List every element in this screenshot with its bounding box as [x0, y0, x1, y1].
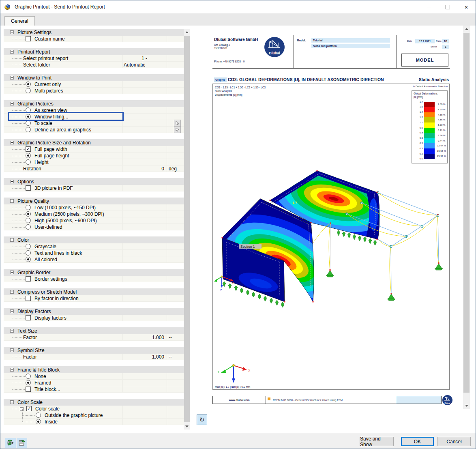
checkbox-title-block[interactable] [26, 387, 31, 392]
scroll-down-button[interactable] [184, 423, 190, 430]
label-medium-2500-pixels-300-dpi[interactable]: Medium (2500 pixels, ~300 DPI) [34, 211, 104, 217]
radio-window-filling[interactable] [26, 114, 31, 119]
tab-general[interactable]: General [4, 16, 35, 26]
label-by-factor-in-direction[interactable]: By factor in direction [34, 296, 79, 301]
checkbox-custom-name[interactable] [26, 36, 31, 41]
collapse-icon[interactable] [10, 348, 14, 352]
radio-high-5000-pixels-600-dpi[interactable] [26, 218, 31, 223]
collapse-icon[interactable] [10, 329, 14, 333]
save-settings-icon-button[interactable] [17, 438, 27, 448]
collapse-icon[interactable] [10, 141, 14, 144]
radio-medium-2500-pixels-300-dpi[interactable] [26, 211, 31, 217]
pick-in-graphic-button[interactable] [174, 120, 181, 127]
checkbox-display-factors[interactable] [26, 315, 31, 320]
checkbox-color-scale[interactable]: ✓ [26, 406, 32, 411]
radio-user-defined[interactable] [26, 224, 31, 230]
label-full-page-width[interactable]: Full page width [34, 146, 67, 152]
label-user-defined[interactable]: User-defined [34, 224, 62, 230]
scroll-down-button[interactable] [463, 402, 470, 409]
tree-line [22, 415, 35, 416]
scrollbar-thumb[interactable] [184, 36, 190, 422]
checkbox-border-settings[interactable] [26, 276, 31, 281]
label-display-factors[interactable]: Display factors [34, 315, 66, 321]
label-border-settings[interactable]: Border settings [34, 276, 67, 282]
radio-to-scale[interactable] [26, 120, 31, 126]
collapse-icon[interactable] [10, 368, 14, 372]
radio-low-1000-pixels-150-dpi[interactable] [26, 205, 31, 210]
label-as-screen-view[interactable]: As screen view [34, 107, 67, 113]
radio-none[interactable] [26, 374, 31, 379]
radio-multi-pictures[interactable] [26, 88, 31, 93]
radio-current-only[interactable] [26, 82, 31, 87]
value-factor[interactable]: 1.000 [122, 335, 167, 340]
label-custom-name[interactable]: Custom name [34, 36, 65, 42]
label-low-1000-pixels-150-dpi[interactable]: Low (1000 pixels, ~150 DPI) [34, 205, 96, 211]
label-outside-the-graphic-picture[interactable]: Outside the graphic picture [45, 412, 103, 418]
label-all-colored[interactable]: All colored [34, 257, 57, 262]
label-grayscale[interactable]: Grayscale [34, 244, 56, 249]
collapse-icon[interactable] [10, 290, 14, 294]
settings-scrollbar[interactable] [184, 29, 190, 430]
checkbox-3d-picture-in-pdf[interactable] [26, 185, 31, 191]
ok-button[interactable]: OK [401, 437, 434, 446]
scroll-up-button[interactable] [184, 29, 190, 35]
label-to-scale[interactable]: To scale [34, 120, 52, 126]
label-title-block[interactable]: Title block... [34, 387, 60, 392]
collapse-icon[interactable] [10, 180, 14, 183]
collapse-icon[interactable] [10, 271, 14, 274]
value-select-printout-report[interactable]: 1 - [122, 56, 167, 61]
minimize-button[interactable] [420, 0, 438, 13]
label-define-an-area-in-graphics[interactable]: Define an area in graphics [34, 127, 91, 133]
radio-framed[interactable] [26, 380, 31, 385]
radio-all-colored[interactable] [26, 257, 31, 262]
checkbox-by-factor-in-direction[interactable] [26, 296, 31, 301]
radio-text-and-lines-in-black[interactable] [26, 250, 31, 256]
close-button[interactable]: × [457, 0, 476, 13]
collapse-icon[interactable] [10, 30, 14, 34]
collapse-icon[interactable] [10, 400, 14, 404]
maximize-button[interactable] [438, 0, 457, 13]
label-framed[interactable]: Framed [34, 380, 51, 386]
unit-factor: -- [169, 335, 172, 340]
row-as-screen-view: As screen view [4, 107, 184, 114]
value-factor[interactable]: 1.000 [122, 354, 167, 360]
radio-full-page-height[interactable] [26, 153, 31, 158]
radio-inside[interactable] [36, 419, 41, 424]
radio-define-an-area-in-graphics[interactable] [26, 127, 31, 132]
label-current-only[interactable]: Current only [34, 82, 61, 87]
collapse-icon[interactable] [10, 238, 14, 242]
refresh-preview-button[interactable]: ↻ [197, 415, 207, 425]
collapse-icon[interactable] [20, 407, 24, 411]
label-high-5000-pixels-600-dpi[interactable]: High (5000 pixels, ~600 DPI) [34, 218, 97, 223]
cancel-button[interactable]: Cancel [437, 437, 471, 446]
scroll-up-button[interactable] [463, 26, 470, 32]
preview-scrollbar[interactable] [463, 26, 470, 409]
radio-as-screen-view[interactable] [26, 107, 31, 113]
label-3d-picture-in-pdf[interactable]: 3D picture in PDF [34, 185, 73, 191]
label-multi-pictures[interactable]: Multi pictures [34, 88, 63, 94]
label-color-scale[interactable]: Color scale [35, 406, 60, 412]
value-select-folder[interactable]: Automatic [122, 62, 167, 68]
radio-grayscale[interactable] [26, 244, 31, 249]
radio-height[interactable] [26, 159, 31, 165]
label-full-page-height[interactable]: Full page height [34, 153, 69, 159]
label-none[interactable]: None [34, 374, 46, 379]
collapse-icon[interactable] [10, 76, 14, 79]
radio-outside-the-graphic-picture[interactable] [36, 412, 41, 418]
collapse-icon[interactable] [10, 199, 14, 203]
collapse-icon[interactable] [10, 102, 14, 105]
scrollbar-thumb[interactable] [463, 33, 470, 393]
label-height[interactable]: Height [34, 159, 49, 165]
collapse-icon[interactable] [10, 309, 14, 313]
column-divider [122, 373, 122, 379]
collapse-icon[interactable] [10, 50, 14, 54]
label-window-filling[interactable]: Window filling... [34, 114, 68, 120]
value-rotation[interactable]: 0 [122, 166, 167, 172]
checkbox-full-page-width[interactable]: ✓ [26, 146, 31, 152]
save-and-show-button[interactable]: Save and Show [360, 437, 394, 446]
label-text-and-lines-in-black[interactable]: Text and lines in black [34, 250, 82, 256]
label-select-folder: Select folder [23, 62, 50, 68]
label-inside[interactable]: Inside [45, 419, 58, 425]
pick-in-graphic-button[interactable] [174, 126, 181, 133]
send-to-report-icon-button[interactable] [5, 438, 16, 448]
